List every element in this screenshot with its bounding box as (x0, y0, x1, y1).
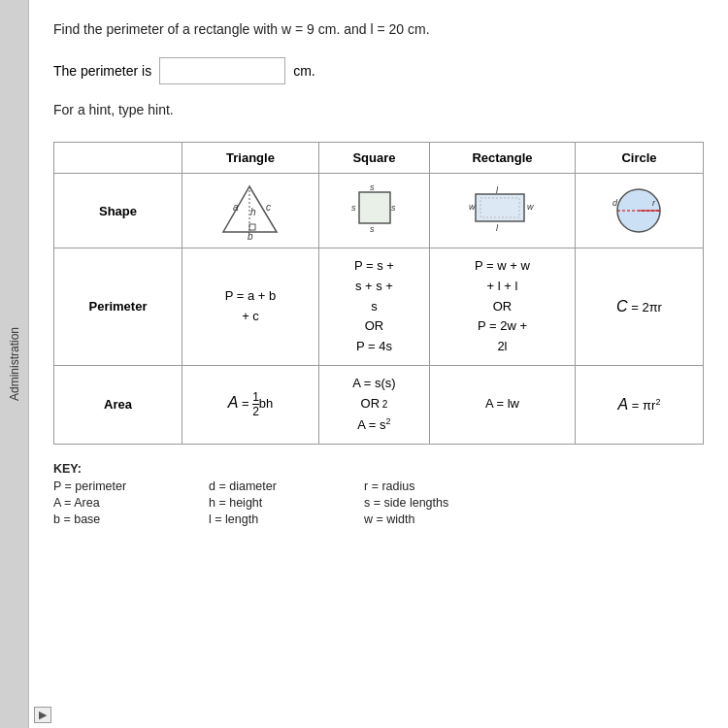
key-length: l = length (209, 513, 364, 526)
key-width: w = width (364, 513, 539, 526)
area-square: A = s(s)OR 2A = s2 (319, 365, 430, 444)
shape-rectangle: l w w l (429, 174, 575, 248)
shape-square: s s s s (319, 174, 430, 248)
area-row-label: Area (54, 365, 182, 444)
perimeter-triangle: P = a + b+ c (182, 248, 318, 366)
key-section: KEY: P = perimeter d = diameter r = radi… (53, 462, 704, 526)
table-row-area: Area A = 12bh A = s(s)OR 2A = s2 A = lw … (54, 365, 704, 444)
nav-icon[interactable]: ▶ (34, 707, 51, 723)
bottom-nav[interactable]: ▶ (34, 707, 51, 723)
key-perimeter: P = perimeter (53, 480, 209, 493)
shape-circle: d r (575, 174, 703, 248)
table-row-shape: Shape a c h b (54, 174, 704, 248)
col-header-shape (54, 143, 182, 174)
sidebar: Administration (0, 0, 29, 728)
key-title: KEY: (53, 462, 704, 476)
svg-text:s: s (391, 203, 396, 213)
key-grid: P = perimeter d = diameter r = radius A … (53, 480, 704, 526)
shapes-table: Triangle Square Rectangle Circle Shape (53, 142, 704, 445)
shape-row-label: Shape (54, 174, 182, 248)
shape-triangle: a c h b (182, 174, 318, 248)
area-triangle: A = 12bh (182, 365, 318, 444)
col-header-circle: Circle (575, 143, 703, 174)
svg-text:h: h (250, 207, 256, 217)
answer-label: The perimeter is (53, 63, 151, 79)
svg-text:l: l (496, 223, 499, 233)
svg-rect-2 (249, 224, 255, 230)
perimeter-square: P = s +s + s +sORP = 4s (319, 248, 430, 366)
col-header-rectangle: Rectangle (429, 143, 575, 174)
main-content: Find the perimeter of a rectangle with w… (29, 0, 728, 728)
perimeter-row-label: Perimeter (54, 248, 182, 366)
answer-unit: cm. (293, 63, 315, 79)
key-area: A = Area (53, 496, 209, 510)
answer-row: The perimeter is cm. (53, 57, 704, 84)
hint-text: For a hint, type hint. (53, 102, 704, 117)
key-base: b = base (53, 513, 209, 526)
sidebar-label: Administration (8, 327, 21, 401)
svg-text:s: s (370, 224, 375, 234)
key-diameter: d = diameter (209, 480, 364, 493)
svg-text:s: s (351, 203, 356, 213)
perimeter-rectangle: P = w + w+ l + lORP = 2w +2l (429, 248, 575, 366)
answer-input[interactable] (159, 57, 285, 84)
svg-text:s: s (370, 184, 375, 192)
area-circle: A = πr2 (575, 365, 703, 444)
col-header-triangle: Triangle (182, 143, 318, 174)
svg-text:c: c (266, 202, 271, 213)
svg-text:w: w (527, 202, 534, 212)
key-side: s = side lengths (364, 496, 539, 510)
problem-statement: Find the perimeter of a rectangle with w… (53, 19, 704, 40)
col-header-square: Square (319, 143, 430, 174)
svg-rect-7 (359, 192, 390, 223)
table-row-perimeter: Perimeter P = a + b+ c P = s +s + s +sOR… (54, 248, 704, 366)
svg-text:w: w (469, 202, 476, 212)
svg-text:b: b (248, 231, 253, 240)
area-rectangle: A = lw (429, 365, 575, 444)
key-radius: r = radius (364, 480, 539, 493)
key-height: h = height (209, 496, 364, 510)
svg-text:a: a (233, 202, 239, 213)
perimeter-circle: C = 2πr (575, 248, 703, 366)
